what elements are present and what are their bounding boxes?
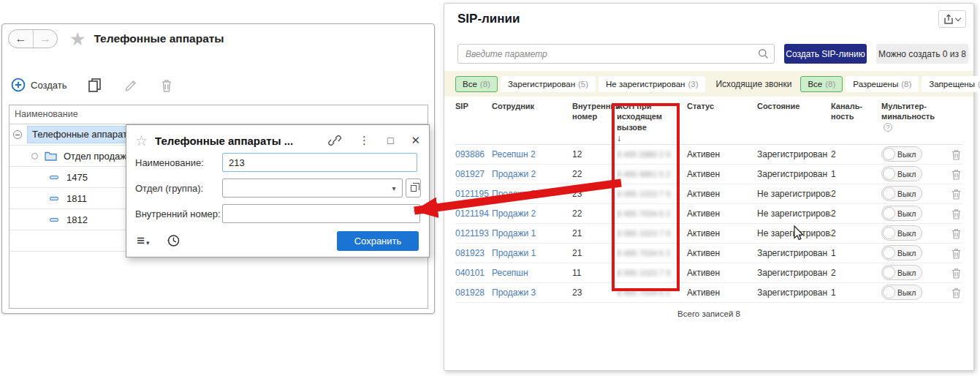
column-header-state[interactable]: Состояние	[757, 101, 831, 111]
status-value: Активен	[687, 228, 757, 238]
aon-blurred-text: 8 495 4861 5 2	[617, 170, 670, 178]
multiterminality-toggle[interactable]: Выкл	[881, 166, 922, 181]
delete-row-button[interactable]	[941, 248, 962, 259]
delete-row-button[interactable]	[941, 268, 962, 279]
multiterminality-toggle[interactable]: Выкл	[881, 206, 922, 221]
sip-link[interactable]: 081923	[455, 248, 492, 258]
column-header-sip[interactable]: SIP	[455, 101, 492, 111]
get-link-button[interactable]	[328, 134, 341, 147]
create-sip-line-button[interactable]: Создать SIP-линию	[784, 44, 867, 64]
forward-button[interactable]: →	[33, 30, 57, 48]
sip-link[interactable]: 081927	[455, 169, 492, 179]
sip-link[interactable]: 040101	[455, 268, 492, 278]
trash-icon[interactable]	[951, 268, 961, 279]
toggle-knob	[883, 286, 895, 298]
state-value: Зарегистрирован	[757, 268, 831, 278]
extension-value: 21	[572, 228, 617, 238]
forward-arrow-icon: →	[39, 32, 51, 45]
more-menu-button[interactable]: ⋮	[359, 134, 370, 147]
aon-blurred-text: 8 495 7034 6 2	[617, 249, 670, 257]
filter-registration-1[interactable]: Зарегистрирован(5)	[501, 76, 596, 92]
search-icon[interactable]	[758, 48, 769, 59]
employee-link[interactable]: Продажи 2	[492, 169, 572, 179]
create-button[interactable]: Создать	[11, 78, 67, 92]
choose-from-list-button[interactable]	[406, 178, 421, 198]
column-header-channels[interactable]: Каналь-ность	[831, 101, 881, 122]
save-button[interactable]: Сохранить	[337, 231, 419, 251]
radio-icon	[31, 153, 38, 159]
edit-button[interactable]	[124, 78, 139, 93]
delete-row-button[interactable]	[941, 149, 962, 160]
delete-row-button[interactable]	[941, 287, 962, 298]
chevron-down-icon[interactable]: ▾	[386, 179, 402, 197]
trash-icon[interactable]	[951, 287, 961, 298]
delete-row-button[interactable]	[941, 189, 962, 200]
employee-link[interactable]: Продажи 3	[492, 287, 572, 298]
table-row: 093886Ресепшн 2128 495 2880 2 9АктивенЗа…	[455, 145, 962, 165]
trash-icon[interactable]	[951, 189, 961, 200]
multiterminality-toggle[interactable]: Выкл	[881, 186, 922, 201]
filter-outgoing-1[interactable]: Разрешены(8)	[846, 76, 919, 92]
trash-icon[interactable]	[951, 248, 961, 259]
column-header-extension[interactable]: Внутренний номер	[572, 101, 617, 122]
delete-row-button[interactable]	[941, 228, 962, 239]
trash-icon[interactable]	[951, 149, 961, 160]
sip-link[interactable]: 0121193	[455, 228, 492, 238]
department-select[interactable]: ▾	[222, 178, 403, 198]
aon-value: 8 495 2880 2 9	[617, 149, 687, 159]
name-input[interactable]	[222, 153, 417, 172]
delete-button[interactable]	[159, 78, 174, 93]
delete-row-button[interactable]	[941, 208, 962, 219]
history-button[interactable]	[166, 233, 181, 248]
filter-outgoing-0[interactable]: Все(8)	[800, 76, 843, 92]
sort-desc-icon[interactable]: ↓	[617, 133, 681, 145]
multiterminality-toggle[interactable]: Выкл	[881, 245, 922, 260]
info-icon[interactable]: ?	[884, 123, 892, 132]
sip-link[interactable]: 081928	[455, 287, 492, 298]
extension-value: 12	[572, 149, 617, 159]
sip-link[interactable]: 0121195	[455, 189, 492, 199]
column-header-multiterminality[interactable]: Мультитер-минальность?	[881, 101, 941, 132]
favorite-star-icon[interactable]: ★	[69, 30, 86, 48]
employee-link[interactable]: Продажи 3	[492, 189, 572, 199]
employee-link[interactable]: Продажи 1	[492, 248, 572, 258]
filter-registration-2[interactable]: Не зарегистрирован(3)	[599, 76, 705, 92]
column-header-aon[interactable]: АОН при исходящем вызове ↓	[617, 101, 687, 144]
toggle-label: Выкл	[897, 209, 916, 218]
extension-input[interactable]	[222, 204, 420, 223]
form-menu-button[interactable]: ≡ ▾	[137, 233, 150, 249]
status-value: Активен	[687, 208, 757, 219]
favorite-star-outline-icon[interactable]: ☆	[135, 132, 148, 149]
item-dash-icon	[50, 176, 58, 179]
employee-link[interactable]: Ресепшн 2	[492, 149, 572, 159]
multiterminality-toggle[interactable]: Выкл	[881, 265, 922, 280]
trash-icon[interactable]	[951, 169, 961, 180]
filter-outgoing-2[interactable]: Запрещены(0)	[922, 76, 980, 92]
close-button[interactable]: ✕	[411, 134, 420, 147]
export-button[interactable]	[938, 10, 966, 28]
list-column-header[interactable]: Наименование	[10, 105, 428, 124]
item-dash-icon	[50, 197, 58, 200]
status-value: Активен	[687, 189, 757, 199]
column-header-status[interactable]: Статус	[687, 101, 757, 111]
back-button[interactable]: ←	[9, 30, 33, 48]
table-row: 040101Ресепшн118 995 1023 7 9АктивенЗаре…	[455, 263, 962, 283]
multiterminality-toggle[interactable]: Выкл	[881, 225, 922, 241]
multiterminality-cell: Выкл	[881, 225, 941, 241]
filter-registration-0[interactable]: Все(8)	[455, 76, 498, 92]
column-header-employee[interactable]: Сотрудник	[492, 101, 572, 111]
trash-icon[interactable]	[951, 208, 961, 219]
sip-link[interactable]: 0121194	[455, 208, 492, 219]
delete-row-button[interactable]	[941, 169, 962, 180]
maximize-button[interactable]: □	[387, 135, 393, 146]
multiterminality-toggle[interactable]: Выкл	[881, 146, 922, 162]
sip-link[interactable]: 093886	[455, 149, 492, 159]
multiterminality-toggle[interactable]: Выкл	[881, 285, 922, 300]
copy-button[interactable]	[87, 77, 103, 93]
search-input[interactable]	[457, 44, 775, 64]
employee-link[interactable]: Продажи 2	[492, 208, 572, 219]
employee-link[interactable]: Ресепшн	[492, 268, 572, 278]
trash-icon[interactable]	[951, 228, 961, 239]
employee-link[interactable]: Продажи 1	[492, 228, 572, 238]
collapse-icon[interactable]	[13, 130, 22, 139]
